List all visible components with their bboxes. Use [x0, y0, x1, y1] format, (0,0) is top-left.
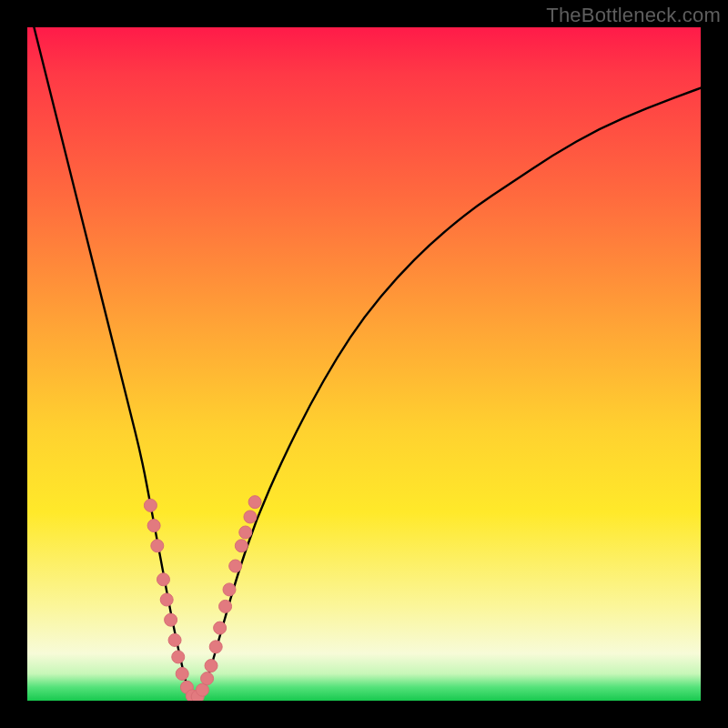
bottleneck-curve: [34, 27, 701, 699]
curve-marker: [214, 622, 227, 634]
curve-marker: [165, 613, 177, 626]
chart-frame: TheBottleneck.com: [0, 0, 728, 728]
curve-marker: [244, 511, 257, 523]
curve-marker: [219, 600, 232, 612]
curve-marker: [223, 583, 236, 596]
curve-marker: [205, 660, 217, 672]
chart-svg: [27, 27, 701, 701]
curve-marker: [201, 672, 214, 685]
curve-marker: [172, 651, 185, 663]
curve-marker: [176, 667, 188, 680]
curve-marker: [209, 641, 222, 653]
curve-marker: [239, 526, 252, 539]
curve-marker: [144, 499, 157, 511]
curve-marker: [235, 540, 248, 552]
curve-markers: [144, 496, 261, 701]
curve-marker: [157, 573, 169, 586]
curve-marker: [151, 540, 164, 552]
curve-marker: [147, 520, 160, 532]
curve-marker: [229, 560, 242, 572]
plot-area: [27, 27, 701, 701]
watermark-text: TheBottleneck.com: [546, 4, 721, 27]
curve-marker: [248, 496, 261, 509]
curve-marker: [168, 633, 181, 646]
curve-marker: [196, 683, 208, 696]
curve-marker: [160, 593, 173, 606]
